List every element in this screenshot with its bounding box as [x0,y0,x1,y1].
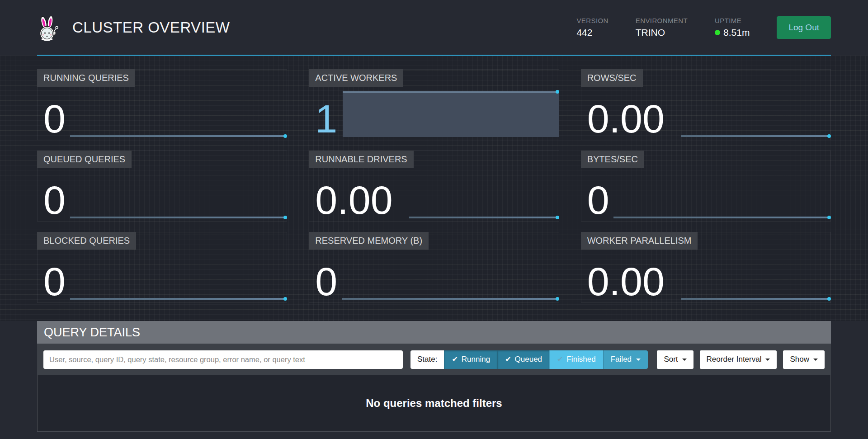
show-dropdown-button[interactable]: Show [783,350,825,369]
stat-card-rows-per-sec: ROWS/SEC 0.00 [581,69,831,140]
sparkline-endpoint-dot-icon [556,90,559,94]
stat-label: WORKER PARALLELISM [581,232,698,250]
sparkline-endpoint-dot-icon [283,216,287,219]
check-icon: ✔ [452,356,458,363]
query-details-section: QUERY DETAILS State: ✔ Running ✔ Queued … [37,321,831,432]
sparkline [70,135,287,137]
query-search-input[interactable] [43,350,403,369]
sparkline-endpoint-dot-icon [556,216,559,219]
stat-value: 0 [38,181,66,219]
area-chart [343,91,558,137]
check-icon: ✔ [505,356,511,363]
sparkline-endpoint-dot-icon [283,134,287,138]
state-filter-queued-label: Queued [515,355,542,364]
stat-value: 0.00 [581,263,665,301]
stat-value: 0 [581,181,609,219]
environment-value: TRINO [636,27,688,38]
environment-info: ENVIRONMENT TRINO [636,17,688,38]
stat-value: 0.00 [309,181,392,219]
sparkline [70,217,287,218]
cluster-stats-section: RUNNING QUERIES 0 ACTIVE WORKERS 1 ROWS/… [0,56,868,321]
stat-label: BLOCKED QUERIES [37,232,136,250]
stat-value: 1 [309,100,337,138]
stat-card-active-workers: ACTIVE WORKERS 1 [309,69,559,140]
state-filter-group: State: ✔ Running ✔ Queued ✔ Finished Fai… [410,350,648,369]
stat-label: BYTES/SEC [581,151,644,168]
caret-down-icon [682,359,687,361]
stat-card-runnable-drivers: RUNNABLE DRIVERS 0.00 [309,151,559,222]
environment-label: ENVIRONMENT [636,17,688,24]
state-filter-finished-label: Finished [566,355,595,364]
stat-label: RESERVED MEMORY (B) [309,232,429,250]
query-details-title: QUERY DETAILS [37,321,831,344]
app-header: CLUSTER OVERVIEW VERSION 442 ENVIRONMENT… [0,0,868,56]
sparkline-endpoint-dot-icon [283,297,287,301]
logout-button[interactable]: Log Out [777,16,831,39]
state-filter-finished[interactable]: ✔ Finished [549,350,603,369]
state-filter-failed-dropdown[interactable]: Failed [603,350,648,369]
stat-label: RUNNABLE DRIVERS [309,151,413,168]
sparkline-endpoint-dot-icon [556,297,559,301]
sparkline [70,298,287,300]
sparkline-endpoint-dot-icon [827,297,831,301]
caret-down-icon [636,359,641,361]
uptime-info: UPTIME 8.51m [715,17,750,38]
sparkline [681,298,830,300]
page-title: CLUSTER OVERVIEW [72,19,230,36]
stat-card-bytes-per-sec: BYTES/SEC 0 [581,151,831,222]
stat-label: RUNNING QUERIES [37,69,135,87]
stat-value: 0 [309,263,337,301]
trino-bunny-logo-icon [37,16,59,42]
sparkline-endpoint-dot-icon [827,134,831,138]
state-filter-running[interactable]: ✔ Running [444,350,497,369]
sort-dropdown-button[interactable]: Sort [657,350,693,369]
query-list-panel: No queries matched filters [37,375,831,432]
stat-card-blocked-queries: BLOCKED QUERIES 0 [37,232,287,303]
query-details-toolbar: State: ✔ Running ✔ Queued ✔ Finished Fai… [37,344,831,375]
sparkline-endpoint-dot-icon [827,216,831,219]
reorder-interval-dropdown-button[interactable]: Reorder Interval [700,350,777,369]
stat-value: 0 [38,263,66,301]
state-filter-running-label: Running [462,355,490,364]
empty-state-message: No queries matched filters [38,397,830,410]
stat-card-running-queries: RUNNING QUERIES 0 [37,69,287,140]
stat-card-worker-parallelism: WORKER PARALLELISM 0.00 [581,232,831,303]
state-filter-label: State: [410,350,444,369]
check-icon: ✔ [557,356,563,363]
stat-label: QUEUED QUERIES [37,151,132,168]
sparkline [681,135,830,137]
caret-down-icon [765,359,770,361]
reorder-interval-button-label: Reorder Interval [707,355,762,364]
sort-button-label: Sort [664,355,678,364]
stat-card-queued-queries: QUEUED QUERIES 0 [37,151,287,222]
stat-card-reserved-memory: RESERVED MEMORY (B) 0 [309,232,559,303]
uptime-label: UPTIME [715,17,750,24]
caret-down-icon [813,359,818,361]
stat-value: 0.00 [581,100,665,138]
uptime-status-dot-icon [715,30,720,35]
state-filter-queued[interactable]: ✔ Queued [497,350,549,369]
version-value: 442 [576,27,608,38]
show-button-label: Show [790,355,809,364]
sparkline [613,217,830,218]
version-label: VERSION [576,17,608,24]
sparkline [342,298,559,300]
stat-label: ACTIVE WORKERS [309,69,403,87]
sparkline [409,217,559,218]
version-info: VERSION 442 [576,17,608,38]
stat-value: 0 [38,100,66,138]
uptime-value: 8.51m [723,27,750,38]
stat-label: ROWS/SEC [581,69,643,87]
state-filter-failed-label: Failed [611,355,632,364]
